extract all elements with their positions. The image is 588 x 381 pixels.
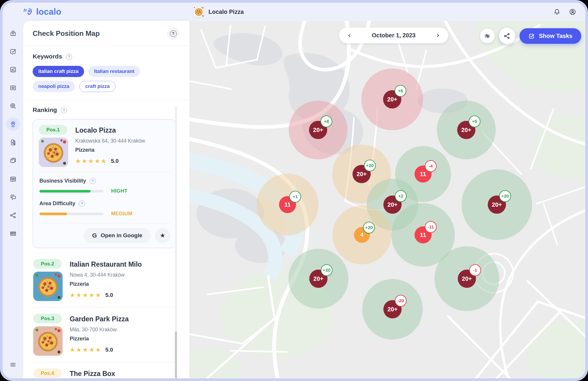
- sidebar-item-citations[interactable]: [6, 227, 20, 240]
- ranking-item-4[interactable]: Pos.4The Pizza BoxAddress: [33, 362, 176, 378]
- keywords-help-icon[interactable]: [66, 54, 72, 60]
- sidebar-item-position-map[interactable]: [6, 117, 20, 131]
- main-content: Check Position Map Keywords italian craf…: [3, 21, 585, 378]
- ranking-item-category: Pizzeria: [70, 281, 176, 287]
- marker-delta-badge: +5: [469, 116, 480, 127]
- open-in-google-button[interactable]: GOpen in Google: [84, 228, 151, 243]
- marker-delta-badge: +20: [364, 160, 376, 171]
- ranking-item-3[interactable]: Pos.3Garden Park PizzaMiła, 30-700 Krakó…: [33, 308, 176, 362]
- sidebar-item-audit[interactable]: [6, 136, 20, 149]
- map-marker-2[interactable]: 20++8: [309, 121, 327, 139]
- sidebar-item-tasks[interactable]: [6, 44, 20, 58]
- account-button[interactable]: [569, 8, 577, 16]
- map-marker-11[interactable]: 20++20: [309, 270, 328, 288]
- marker-position-value: 20+: [387, 306, 397, 313]
- position-badge: Pos.4: [33, 368, 62, 378]
- position-badge: Pos.1: [39, 125, 67, 135]
- ranking-section: Ranking Pos.1Localo PizzaKrakowska 64, 3…: [23, 100, 189, 378]
- ranking-item-2[interactable]: Pos.2Italian Restaurant MiloNowa 4, 30-4…: [33, 253, 176, 308]
- page-help-icon[interactable]: [167, 27, 179, 40]
- next-date-button[interactable]: [434, 32, 441, 39]
- visibility-value: HIGHT: [111, 188, 128, 194]
- ranking-item-1[interactable]: Pos.1Localo PizzaKrakowska 64, 30-444 Kr…: [33, 119, 176, 248]
- keyword-research-icon: [9, 102, 17, 110]
- map-marker-7[interactable]: 20++2: [383, 195, 402, 214]
- map-marker-1[interactable]: 20++6: [383, 90, 401, 108]
- sidebar-item-share[interactable]: [6, 208, 20, 222]
- notifications-button[interactable]: [553, 8, 561, 16]
- map-marker-3[interactable]: 20++5: [457, 121, 475, 139]
- map-marker-6[interactable]: 11+1: [279, 196, 296, 213]
- sidebar-item-stats[interactable]: [6, 63, 20, 76]
- star-rating-icons: ★★★★★: [70, 292, 102, 299]
- share-button[interactable]: [499, 28, 515, 44]
- filter-button[interactable]: [480, 29, 495, 43]
- show-tasks-button[interactable]: Show Tasks: [519, 28, 581, 44]
- business-thumbnail: [39, 138, 68, 167]
- rating-row: ★★★★★5.0: [75, 158, 170, 165]
- area-difficulty-label: Area Difficulty: [39, 200, 75, 207]
- sidebar-item-visibility[interactable]: [6, 81, 20, 94]
- ranking-item-name: Localo Pizza: [75, 126, 170, 134]
- ranking-item-category: Pizzeria: [75, 147, 170, 153]
- map-marker-13[interactable]: 20+-20: [383, 300, 402, 318]
- favorite-button[interactable]: ★: [155, 228, 170, 243]
- open-in-google-label: Open in Google: [101, 232, 142, 239]
- keyword-chip-2[interactable]: Italian restaurant: [88, 66, 140, 77]
- map-marker-10[interactable]: 11-11: [415, 226, 432, 243]
- business-avatar: [193, 6, 204, 17]
- rating-value: 5.0: [105, 347, 113, 353]
- rating-row: ★★★★★5.0: [70, 292, 176, 299]
- marker-position-value: 11: [284, 201, 290, 208]
- sidebar-item-reviews[interactable]: [6, 190, 20, 204]
- difficulty-help-icon[interactable]: [79, 200, 85, 207]
- map-marker-8[interactable]: 20++20: [488, 195, 506, 214]
- difficulty-bar-fill: [39, 213, 67, 215]
- marker-delta-badge: -4: [425, 160, 437, 172]
- ranking-item-name: Garden Park Pizza: [70, 315, 176, 323]
- ranking-item-address: Krakowska 64, 30-444 Kraków: [75, 138, 170, 144]
- ranking-item-address: Nowa 4, 30-444 Kraków: [70, 272, 176, 278]
- show-tasks-label: Show Tasks: [539, 33, 572, 39]
- keyword-chip-3[interactable]: neapoli pizza: [33, 81, 75, 92]
- menu-icon: [9, 361, 17, 368]
- panel-scrollbar-thumb[interactable]: [175, 331, 177, 378]
- business-thumbnail: [33, 326, 63, 356]
- ranking-help-icon[interactable]: [61, 107, 67, 113]
- marker-position-value: 20+: [461, 127, 471, 133]
- date-label: October 1, 2023: [372, 32, 416, 39]
- citations-icon: [9, 230, 17, 237]
- sidebar-item-keyword-research[interactable]: [6, 99, 20, 113]
- share-icon: [9, 212, 17, 219]
- map-marker-5[interactable]: 11-4: [415, 166, 432, 183]
- marker-delta-badge: +6: [395, 85, 406, 97]
- business-thumbnail: [33, 272, 63, 301]
- visibility-bar-fill: [39, 190, 91, 193]
- business-name: Localo Pizza: [208, 9, 244, 15]
- sidebar-item-posts[interactable]: [6, 154, 20, 167]
- marker-delta-badge: -20: [395, 295, 407, 307]
- home-icon: [9, 29, 17, 37]
- keyword-chip-1[interactable]: italian craft pizza: [33, 66, 84, 77]
- sidebar-item-calendar[interactable]: [6, 172, 20, 186]
- sidebar-rail: [3, 21, 23, 378]
- difficulty-bar: [39, 213, 103, 215]
- marker-position-value: 20+: [462, 275, 472, 282]
- audit-icon: [9, 139, 17, 146]
- rating-row: ★★★★★5.0: [70, 346, 176, 353]
- keyword-chip-4[interactable]: craft pizza: [79, 81, 116, 92]
- marker-delta-badge: -1: [469, 264, 481, 276]
- page-title: Check Position Map: [33, 29, 100, 38]
- map-area: 20++620++820++520++2011-411+120++220++20…: [189, 21, 585, 378]
- app-logo[interactable]: localo: [23, 3, 61, 21]
- map-marker-9[interactable]: 4+20: [354, 227, 370, 243]
- visibility-help-icon[interactable]: [90, 178, 96, 184]
- sidebar-item-home[interactable]: [6, 26, 20, 40]
- marker-position-value: 20+: [357, 171, 367, 178]
- logo-text: localo: [36, 7, 61, 17]
- menu-button[interactable]: [6, 358, 20, 371]
- map-marker-12[interactable]: 20+-1: [458, 270, 476, 288]
- favorite-star-icon: ★: [160, 232, 166, 239]
- prev-date-button[interactable]: [346, 32, 353, 39]
- map-marker-4[interactable]: 20++20: [353, 165, 371, 183]
